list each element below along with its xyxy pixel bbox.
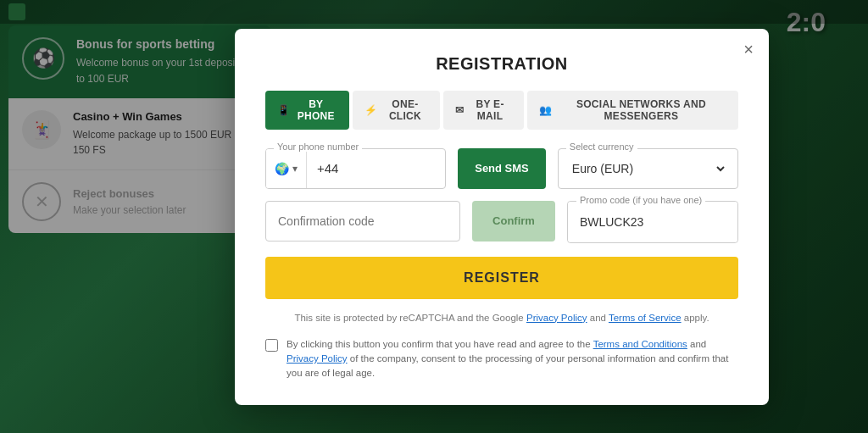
promo-field-label: Promo code (if you have one) — [576, 195, 705, 205]
phone-field-group: Your phone number 🌍 ▾ +44 — [265, 148, 446, 189]
email-tab-label: BY E-MAIL — [469, 98, 512, 122]
recaptcha-text: This site is protected by reCAPTCHA and … — [294, 313, 523, 323]
flag-chevron: ▾ — [292, 163, 298, 175]
flag-icon: 🌍 — [275, 162, 289, 175]
modal-title: REGISTRATION — [265, 54, 738, 74]
email-tab-icon: ✉ — [455, 104, 464, 116]
phone-input-wrap: 🌍 ▾ +44 — [265, 148, 446, 189]
promo-code-input[interactable] — [568, 202, 737, 242]
confirmation-promo-row: Confirm Promo code (if you have one) — [265, 201, 738, 243]
registration-tabs: 📱 BY PHONE ⚡ ONE-CLICK ✉ BY E-MAIL 👥 SOC… — [265, 91, 738, 130]
tab-social[interactable]: 👥 SOCIAL NETWORKS AND MESSENGERS — [527, 91, 738, 130]
confirmation-code-input[interactable] — [265, 201, 460, 241]
flag-select[interactable]: 🌍 ▾ — [266, 149, 307, 188]
recaptcha-notice: This site is protected by reCAPTCHA and … — [265, 311, 738, 325]
registration-modal: × REGISTRATION 📱 BY PHONE ⚡ ONE-CLICK ✉ … — [235, 29, 769, 405]
phone-number-display: +44 — [307, 161, 445, 175]
modal-overlay: × REGISTRATION 📱 BY PHONE ⚡ ONE-CLICK ✉ … — [0, 0, 868, 433]
close-button[interactable]: × — [743, 41, 754, 58]
terms-conditions-link[interactable]: Terms and Conditions — [593, 339, 687, 349]
privacy-policy-link2[interactable]: Privacy Policy — [287, 353, 348, 364]
terms-and2: and — [690, 339, 706, 349]
currency-field-label: Select currency — [566, 142, 637, 152]
privacy-policy-link[interactable]: Privacy Policy — [526, 313, 587, 323]
send-sms-button[interactable]: Send SMS — [458, 148, 546, 189]
terms-prefix: By clicking this button you confirm that… — [287, 339, 591, 349]
confirm-button[interactable]: Confirm — [472, 201, 555, 241]
apply-text: apply. — [684, 313, 709, 323]
oneclick-tab-label: ONE-CLICK — [382, 98, 429, 122]
promo-field-group: Promo code (if you have one) — [567, 201, 738, 243]
terms-suffix: of the company, consent to the processin… — [287, 353, 728, 378]
terms-checkbox[interactable] — [265, 339, 278, 352]
currency-field-group: Select currency Euro (EUR) USD (USD) GBP… — [558, 148, 738, 189]
currency-select[interactable]: Euro (EUR) USD (USD) GBP (GBP) — [569, 161, 727, 176]
phone-field-label: Your phone number — [274, 142, 362, 152]
currency-select-wrap[interactable]: Euro (EUR) USD (USD) GBP (GBP) — [558, 148, 738, 189]
phone-tab-label: BY PHONE — [294, 98, 337, 122]
social-tab-icon: 👥 — [539, 104, 552, 116]
terms-of-service-link[interactable]: Terms of Service — [609, 313, 682, 323]
and-text: and — [590, 313, 606, 323]
tab-by-email[interactable]: ✉ BY E-MAIL — [443, 91, 523, 130]
phone-tab-icon: 📱 — [277, 104, 290, 116]
phone-currency-row: Your phone number 🌍 ▾ +44 Send SMS Selec… — [265, 148, 738, 189]
terms-text: By clicking this button you confirm that… — [287, 337, 738, 381]
social-tab-label: SOCIAL NETWORKS AND MESSENGERS — [556, 98, 726, 122]
tab-one-click[interactable]: ⚡ ONE-CLICK — [353, 91, 440, 130]
tab-by-phone[interactable]: 📱 BY PHONE — [265, 91, 349, 130]
terms-row: By clicking this button you confirm that… — [265, 337, 738, 381]
oneclick-tab-icon: ⚡ — [364, 104, 377, 116]
register-button[interactable]: REGISTER — [265, 257, 738, 299]
